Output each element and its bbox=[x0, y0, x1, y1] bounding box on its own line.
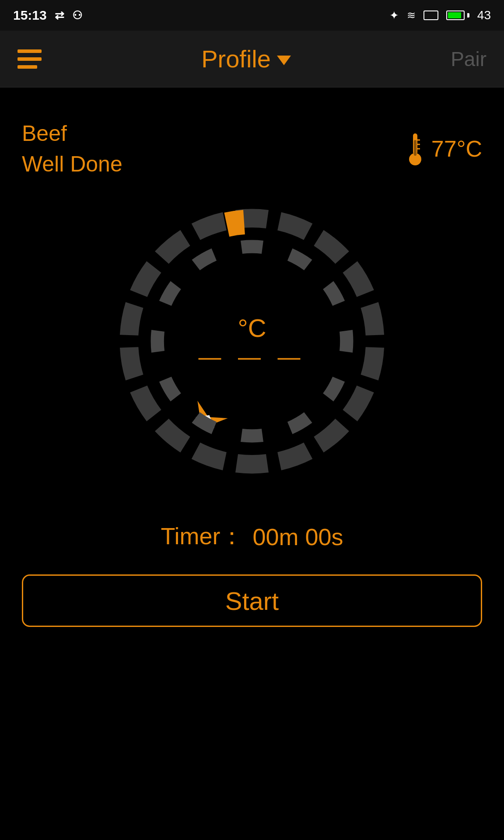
battery-icon bbox=[446, 10, 469, 20]
timer-row: Timer： 00m 00s bbox=[22, 521, 482, 553]
battery-body bbox=[446, 10, 465, 20]
top-nav: Profile Pair bbox=[0, 31, 504, 88]
battery-tip bbox=[467, 13, 469, 18]
svg-rect-2 bbox=[414, 140, 416, 156]
start-btn-container: Start bbox=[0, 574, 504, 627]
main-content: Beef Well Done 77°C bbox=[0, 88, 504, 553]
status-left: 15:13 ⇄ ⚇ bbox=[13, 8, 82, 23]
start-button[interactable]: Start bbox=[22, 574, 482, 627]
battery-level: 43 bbox=[477, 8, 491, 22]
status-bar: 15:13 ⇄ ⚇ ✦ ≋ 43 bbox=[0, 0, 504, 31]
dropdown-arrow-icon bbox=[277, 56, 291, 65]
timer-value: 00m 00s bbox=[252, 523, 343, 550]
wifi-icon: ≋ bbox=[407, 9, 416, 21]
target-temp-display: 77°C bbox=[406, 131, 482, 166]
timer-label: Timer： bbox=[161, 521, 244, 553]
menu-button[interactable] bbox=[18, 49, 42, 69]
usb-icon: ⇄ bbox=[55, 9, 64, 22]
hamburger-line-2 bbox=[18, 57, 42, 61]
hamburger-line-3 bbox=[18, 65, 37, 69]
info-row: Beef Well Done 77°C bbox=[22, 118, 482, 179]
time-display: 15:13 bbox=[13, 8, 47, 23]
battery-fill bbox=[448, 12, 462, 18]
dial-container[interactable]: °C — — — bbox=[22, 188, 482, 494]
profile-title-container[interactable]: Profile bbox=[201, 45, 291, 73]
pair-button[interactable]: Pair bbox=[451, 47, 486, 71]
svg-point-6 bbox=[103, 192, 401, 490]
status-right: ✦ ≋ 43 bbox=[389, 8, 491, 22]
meat-info: Beef Well Done bbox=[22, 118, 122, 179]
inner-ticks bbox=[151, 240, 354, 443]
dial-svg bbox=[103, 192, 401, 490]
target-temp-value: 77°C bbox=[431, 136, 482, 162]
screen-icon bbox=[424, 10, 438, 20]
hamburger-line-1 bbox=[18, 49, 42, 53]
profile-label: Profile bbox=[201, 45, 271, 73]
thermometer-icon bbox=[406, 131, 424, 166]
activity-icon: ⚇ bbox=[72, 9, 82, 22]
meat-doneness: Well Done bbox=[22, 149, 122, 179]
meat-type: Beef bbox=[22, 118, 122, 149]
bluetooth-icon: ✦ bbox=[389, 9, 399, 22]
